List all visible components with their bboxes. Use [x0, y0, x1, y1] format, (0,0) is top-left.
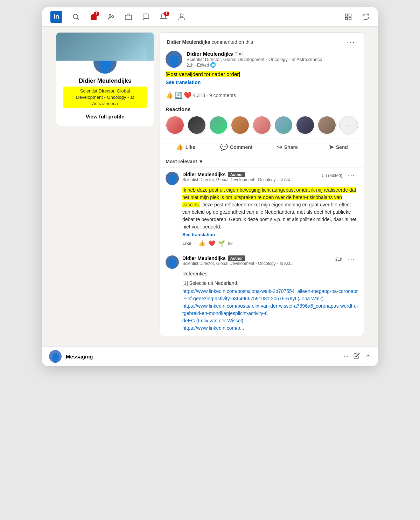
- comments-count: 9 comments: [209, 93, 236, 98]
- like-button[interactable]: 👍 Like: [160, 140, 211, 155]
- feed-area: Didier Meulendijks commented on this ···…: [160, 32, 364, 341]
- content-area: 👤 Didier Meulendijks Scientist Director,…: [42, 27, 378, 346]
- comment-1-time: 5h (edited): [322, 173, 342, 178]
- search-icon[interactable]: [72, 13, 80, 21]
- author-badge-2: Author: [228, 255, 245, 261]
- svg-point-2: [109, 14, 111, 16]
- messaging-more-button[interactable]: ···: [343, 353, 349, 361]
- comment-2-subtitle: Scientist Director, Global Development -…: [182, 261, 293, 266]
- comment-1-author: Didier Meulendijks: [182, 172, 226, 177]
- svg-point-3: [112, 15, 114, 18]
- post-body: [Post verwijderd tot nader order] See tr…: [160, 71, 364, 89]
- reactions-title: Reactions: [166, 106, 358, 112]
- messaging-compose-button[interactable]: [354, 353, 360, 361]
- more-reactions-button[interactable]: ···: [339, 116, 358, 135]
- like-icon: 👍: [176, 143, 183, 151]
- more-options-button[interactable]: ···: [344, 37, 358, 47]
- send-icon: ➤: [329, 143, 334, 151]
- reaction-avatar[interactable]: [296, 116, 315, 135]
- post-card: Didier Meulendijks commented on this ···…: [160, 32, 364, 336]
- comment-1-like-count: 82: [228, 241, 233, 246]
- svg-rect-8: [345, 17, 348, 19]
- svg-rect-4: [125, 15, 132, 20]
- comment-2-more-button[interactable]: ···: [345, 255, 358, 263]
- post-author-avatar: 👤: [166, 51, 182, 68]
- messaging-bar: 👤 Messaging ···: [42, 346, 378, 366]
- commented-label: Didier Meulendijks commented on this: [166, 39, 253, 45]
- comment-2-avatar: 👤: [166, 255, 179, 269]
- comment-2-ref3-link[interactable]: https://www.linkedin.com/p...: [182, 325, 244, 331]
- comment-block-1: 👤 Didier Meulendijks Author Scientist Di…: [160, 167, 364, 251]
- reactions-avatars: ···: [166, 116, 358, 135]
- action-bar: 👍 Like 💬 Comment ↪ Share ➤ Send: [160, 138, 364, 156]
- comment-label-rest: commented on this: [212, 39, 253, 45]
- jobs-icon[interactable]: [125, 13, 132, 21]
- comment-1-avatar: 👤: [166, 172, 179, 185]
- send-button[interactable]: ➤ Send: [313, 140, 364, 155]
- messaging-avatar: 👤: [49, 350, 62, 363]
- commenter-name: Didier Meulendijks: [167, 39, 210, 45]
- boost-icon[interactable]: [362, 13, 370, 21]
- removed-text: [Post verwijderd tot nader order]: [166, 71, 240, 77]
- view-profile-button[interactable]: View full profile: [56, 111, 154, 126]
- comment-1-header: 👤 Didier Meulendijks Author Scientist Di…: [166, 172, 358, 185]
- comment-1-normal: Deze post reflecteert enkel mijn eigen m…: [182, 202, 356, 230]
- notifications-icon[interactable]: 3: [160, 13, 167, 21]
- network-icon[interactable]: [107, 13, 115, 21]
- messaging-icon[interactable]: [142, 13, 150, 21]
- comment-2-author: Didier Meulendijks: [182, 255, 226, 261]
- send-label: Send: [336, 144, 348, 150]
- author-section: 👤 Didier Meulendijks 2nd Scientist Direc…: [160, 49, 364, 71]
- post-author-name: Didier Meulendijks: [187, 51, 233, 57]
- post-author-subtitle: Scientist Director, Global Development -…: [187, 57, 358, 62]
- reaction-avatar[interactable]: [231, 116, 250, 135]
- svg-rect-9: [349, 17, 351, 19]
- reaction-avatar[interactable]: [187, 116, 206, 135]
- comment-2-ref1-link[interactable]: https://www.linkedin.com/posts/jona-walk…: [182, 288, 358, 301]
- svg-rect-6: [345, 14, 348, 16]
- share-button[interactable]: ↪ Share: [262, 140, 313, 155]
- comment-2-header: 👤 Didier Meulendijks Author Scientist Di…: [166, 255, 358, 269]
- comment-button[interactable]: 💬 Comment: [211, 140, 262, 155]
- notifications-badge: 3: [164, 12, 169, 16]
- messaging-icons: ···: [343, 353, 371, 361]
- comment-label: Comment: [230, 144, 253, 150]
- svg-point-5: [180, 14, 183, 17]
- comment-2-ref2-more[interactable]: deEG: [182, 318, 195, 323]
- profile-banner: [56, 33, 154, 61]
- comment-block-2: 👤 Didier Meulendijks Author Scientist Di…: [160, 251, 364, 336]
- reactions-section: Reactions ···: [160, 103, 364, 138]
- reaction-avatar[interactable]: [317, 116, 336, 135]
- reaction-avatar[interactable]: [209, 116, 228, 135]
- reaction-avatar[interactable]: [274, 116, 293, 135]
- left-panel: 👤 Didier Meulendijks Scientist Director,…: [56, 32, 154, 126]
- see-translation-link[interactable]: See translation: [166, 77, 358, 85]
- comment-1-see-translation[interactable]: See translation: [182, 232, 358, 237]
- messaging-label[interactable]: Messaging: [66, 354, 339, 360]
- profile-title: Scientist Director, Global Development -…: [63, 87, 147, 108]
- comment-1-subtitle: Scientist Director, Global Development -…: [182, 177, 293, 182]
- svg-point-0: [74, 14, 78, 19]
- profile-icon[interactable]: [177, 12, 186, 21]
- comment-1-like-row: Like · 👍 ❤️ 🌱 82: [182, 240, 358, 247]
- reactions-count: 4,313: [193, 93, 205, 98]
- messaging-collapse-button[interactable]: [365, 353, 371, 361]
- sort-label: Most relevant: [166, 159, 197, 164]
- author-badge-1: Author: [228, 172, 245, 177]
- comment-1-like-button[interactable]: Like: [182, 241, 191, 246]
- home-icon[interactable]: 1: [90, 13, 97, 21]
- linkedin-logo[interactable]: in: [50, 11, 62, 23]
- comment-2-pretext: Referenties:: [182, 270, 358, 278]
- sort-selector[interactable]: Most relevant ▼: [160, 156, 364, 167]
- post-author-degree: 2nd: [235, 51, 243, 56]
- comment-2-ref2-link[interactable]: https://www.linkedin.com/posts/felix-van…: [182, 303, 358, 316]
- post-header: Didier Meulendijks commented on this ···: [160, 33, 364, 49]
- reaction-avatar[interactable]: [166, 116, 184, 135]
- grid-icon[interactable]: [344, 13, 352, 21]
- post-time: 21h · Edited 🌐: [187, 62, 358, 68]
- reaction-row: 👍 🔄 ❤️ 4,313 · 9 comments: [160, 89, 364, 103]
- comment-2-ref1-label: [1] Selectie uit Nederland:: [182, 280, 358, 287]
- reaction-avatar[interactable]: [252, 116, 271, 135]
- comment-1-more-button[interactable]: ···: [345, 172, 358, 179]
- share-icon: ↪: [277, 143, 282, 151]
